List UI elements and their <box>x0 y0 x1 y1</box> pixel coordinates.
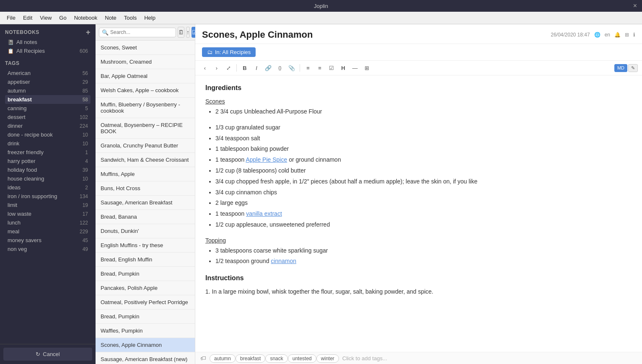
bell-icon[interactable]: 🔔 <box>614 32 621 38</box>
note-item[interactable]: Granola, Crunchy Peanut Butter <box>96 139 195 153</box>
notebook-badge-button[interactable]: 🗂 In: All Recipies <box>202 47 256 57</box>
forward-button[interactable]: › <box>211 62 222 73</box>
note-item[interactable]: Bread, English Muffin <box>96 253 195 267</box>
all-recipies-item[interactable]: 📋 All Recipies 606 <box>5 46 91 55</box>
ol-button[interactable]: ≡ <box>314 62 325 73</box>
cinnamon-link[interactable]: cinnamon <box>271 258 296 264</box>
tag-item-house-cleaning[interactable]: house cleaning10 <box>5 174 91 183</box>
attach-button[interactable]: 📎 <box>286 62 297 73</box>
tag-item-low-waste[interactable]: low waste17 <box>5 209 91 218</box>
tag-item-lunch[interactable]: lunch122 <box>5 218 91 227</box>
tag-item-money-savers[interactable]: money savers45 <box>5 236 91 245</box>
menu-item-help[interactable]: Help <box>141 13 159 23</box>
search-input[interactable] <box>110 29 173 35</box>
footer-tag-badge[interactable]: untested <box>288 354 316 363</box>
ingredient-item: 1 teaspoon vanilla extract <box>215 209 632 219</box>
menu-item-notebook[interactable]: Notebook <box>71 13 101 23</box>
tag-count: 29 <box>83 79 88 85</box>
note-item[interactable]: Scones, Sweet <box>96 41 195 55</box>
tag-item-meal[interactable]: meal229 <box>5 227 91 236</box>
note-item[interactable]: Donuts, Dunkin' <box>96 224 195 238</box>
tag-count: 45 <box>83 238 88 243</box>
hr-button[interactable]: — <box>349 62 360 73</box>
tag-item-limit[interactable]: limit19 <box>5 201 91 209</box>
note-item[interactable]: English Muffins - try these <box>96 238 195 253</box>
tag-item-dinner[interactable]: dinner224 <box>5 121 91 130</box>
note-item[interactable]: Bread, Pumpkin <box>96 267 195 281</box>
info-icon[interactable]: ℹ <box>633 32 635 38</box>
external-edit-button[interactable]: ⤢ <box>223 62 234 73</box>
vanilla-extract-link[interactable]: vanilla extract <box>246 210 282 217</box>
menu-item-tools[interactable]: Tools <box>121 13 140 23</box>
notebooks-header: NOTEBOOKS + <box>5 28 91 36</box>
tag-item-freezer-friendly[interactable]: freezer friendly1 <box>5 148 91 157</box>
note-item[interactable]: Welsh Cakes, Apple – cookbook <box>96 83 195 98</box>
note-item[interactable]: Sausage, American Breakfast <box>96 196 195 210</box>
note-item[interactable]: Sausage, American Breakfast (new) <box>96 352 195 364</box>
footer-tag-badge[interactable]: winter <box>316 354 339 363</box>
table-button[interactable]: ⊞ <box>361 62 372 73</box>
md-mode-button[interactable]: MD <box>614 64 627 72</box>
ingredient-item: 1/3 cup granulated sugar <box>215 123 632 133</box>
all-notes-item[interactable]: 📓 All notes <box>5 38 91 46</box>
menu-item-go[interactable]: Go <box>56 13 70 23</box>
apple-pie-spice-link[interactable]: Apple Pie Spice <box>246 156 287 163</box>
tag-item-breakfast[interactable]: breakfast58 <box>5 95 91 104</box>
tag-item-ideas[interactable]: ideas2 <box>5 183 91 192</box>
tag-item-non-veg[interactable]: non veg49 <box>5 245 91 253</box>
italic-button[interactable]: I <box>251 62 262 73</box>
footer-tag-badge[interactable]: autumn <box>210 354 236 363</box>
checklist-button[interactable]: ☑ <box>326 62 337 73</box>
layout-icon[interactable]: ⊞ <box>625 32 629 38</box>
sort-date-button[interactable]: 🗓 <box>178 27 184 38</box>
note-item[interactable]: Muffins, Apple <box>96 167 195 181</box>
note-item[interactable]: Bread, Banana <box>96 210 195 224</box>
note-item[interactable]: Oatmeal, Boysenberry – RECIPIE BOOK <box>96 118 195 139</box>
tag-item-autumn[interactable]: autumn85 <box>5 86 91 95</box>
note-item[interactable]: Muffin, Blueberry / Boysenberry - cookbo… <box>96 98 195 118</box>
tag-label: iron / iron supporting <box>8 193 57 199</box>
menu-item-file[interactable]: File <box>3 13 19 23</box>
add-notebook-button[interactable]: + <box>86 28 91 36</box>
cancel-button[interactable]: ↻ Cancel <box>3 348 92 361</box>
back-button[interactable]: ‹ <box>199 62 210 73</box>
tag-item-drink[interactable]: drink10 <box>5 139 91 148</box>
note-item[interactable]: Waffles, Pumpkin <box>96 324 195 338</box>
note-list-panel: 🔍 🗓 ↑ ☑ ☰ Scones, SweetMushroom, Creamed… <box>96 24 195 364</box>
link-button[interactable]: 🔗 <box>263 62 274 73</box>
note-item[interactable]: Pancakes, Polish Apple <box>96 281 195 295</box>
tag-item-American[interactable]: American56 <box>5 69 91 77</box>
tag-item-iron--iron-supporting[interactable]: iron / iron supporting134 <box>5 192 91 201</box>
ingredient-item: 1 teaspoon Apple Pie Spice or ground cin… <box>215 155 632 165</box>
add-tags-button[interactable]: Click to add tags... <box>342 355 387 361</box>
note-item[interactable]: Bread, Pumpkin <box>96 310 195 324</box>
menu-item-edit[interactable]: Edit <box>20 13 36 23</box>
tag-item-canning[interactable]: canning5 <box>5 104 91 113</box>
footer-tag-badge[interactable]: snack <box>265 354 287 363</box>
note-item[interactable]: Sandwich, Ham & Cheese Croissant <box>96 153 195 167</box>
search-box[interactable]: 🔍 <box>99 28 176 37</box>
tag-item-appetiser[interactable]: appetiser29 <box>5 77 91 86</box>
tag-item-holiday-food[interactable]: holiday food39 <box>5 165 91 174</box>
note-item[interactable]: Bar, Apple Oatmeal <box>96 69 195 83</box>
code-button[interactable]: {} <box>274 62 285 73</box>
tag-item-done---recipe-book[interactable]: done - recipe book10 <box>5 130 91 139</box>
footer-tag-badge[interactable]: breakfast <box>236 354 265 363</box>
scones-ingredients-list-2: 1/3 cup granulated sugar 3/4 teaspoon sa… <box>215 123 632 230</box>
bold-button[interactable]: B <box>239 62 250 73</box>
note-item[interactable]: Buns, Hot Cross <box>96 181 195 196</box>
note-item[interactable]: Oatmeal, Positively Perfect Porridge <box>96 295 195 310</box>
menu-item-view[interactable]: View <box>36 13 55 23</box>
note-item[interactable]: Mushroom, Creamed <box>96 55 195 69</box>
tag-item-dessert[interactable]: dessert102 <box>5 113 91 121</box>
close-icon[interactable]: × <box>633 2 637 10</box>
edit-mode-button[interactable]: ✎ <box>628 64 638 72</box>
tag-count: 58 <box>83 97 88 103</box>
note-item[interactable]: Scones, Apple Cinnamon <box>96 338 195 352</box>
ul-button[interactable]: ≡ <box>303 62 313 73</box>
sort-reverse-button[interactable]: ↑ <box>186 27 190 38</box>
heading-button[interactable]: H <box>338 62 349 73</box>
tag-count: 10 <box>83 132 88 138</box>
menu-item-note[interactable]: Note <box>101 13 119 23</box>
tag-item-harry-potter[interactable]: harry potter4 <box>5 157 91 165</box>
